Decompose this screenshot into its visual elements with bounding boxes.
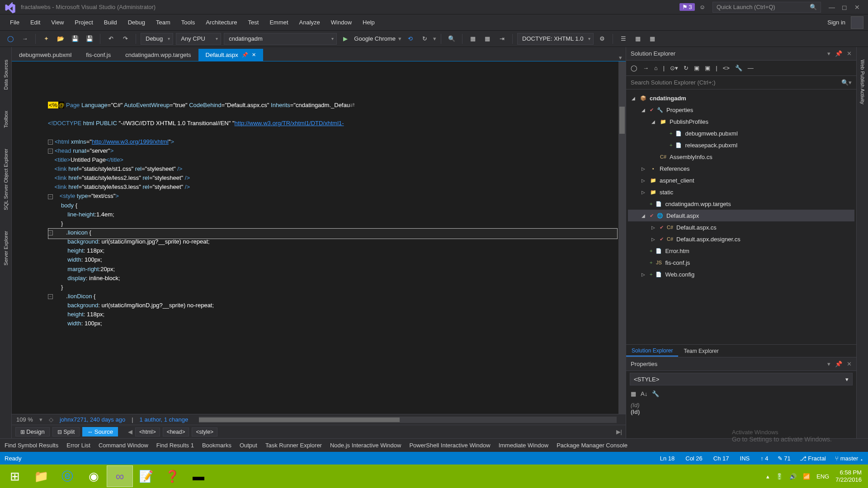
left-tab-server-explorer[interactable]: Server Explorer	[2, 227, 9, 269]
menu-debug[interactable]: Debug	[123, 17, 151, 28]
props-wrench-icon[interactable]: 🔧	[652, 390, 659, 397]
close-panel-icon[interactable]: ✕	[847, 50, 852, 57]
startup-dropdown[interactable]: cndatingadm	[224, 33, 337, 45]
se-sync-icon[interactable]: ⊙▾	[670, 65, 678, 71]
save-all-button[interactable]: 💾	[84, 33, 95, 45]
bottom-tab[interactable]: Immediate Window	[499, 442, 549, 449]
menu-team[interactable]: Team	[151, 17, 176, 28]
menu-emmet[interactable]: Emmet	[264, 17, 293, 28]
se-collapse-icon[interactable]: ▣	[694, 65, 699, 71]
tree-row[interactable]: ◢📦cndatingadm	[628, 92, 854, 104]
left-tab-sql-explorer[interactable]: SQL Server Object Explorer	[2, 145, 9, 214]
indent-button[interactable]: ⇥	[496, 33, 508, 45]
menu-help[interactable]: Help	[357, 17, 380, 28]
close-tab-icon[interactable]: ✕	[252, 52, 256, 58]
bottom-tab[interactable]: Bookmarks	[202, 442, 231, 449]
taskbar-ie-icon[interactable]: ⓔ	[54, 465, 80, 487]
se-fwd-icon[interactable]: →	[643, 65, 649, 71]
se-tab-team[interactable]: Team Explorer	[678, 346, 724, 356]
maximize-button[interactable]: ◻	[838, 4, 851, 11]
editor-hscrollbar[interactable]	[199, 417, 617, 423]
menu-build[interactable]: Build	[99, 17, 123, 28]
menu-view[interactable]: View	[46, 17, 69, 28]
categorize-icon[interactable]: ▦	[631, 390, 636, 397]
tree-row[interactable]: ◢✔🌐Default.aspx	[628, 210, 854, 221]
bottom-tab[interactable]: Output	[240, 442, 257, 449]
tb-icon-1[interactable]: ⚙	[596, 33, 608, 45]
properties-object-dropdown[interactable]: <STYLE>▾	[630, 373, 853, 385]
browser-link-button[interactable]: ⟲	[404, 33, 416, 45]
quick-launch-input[interactable]: Quick Launch (Ctrl+Q) 🔍	[712, 2, 821, 13]
menu-test[interactable]: Test	[243, 17, 264, 28]
nav-fwd-button[interactable]: →	[19, 33, 31, 45]
doc-tab[interactable]: cndatingadm.wpp.targets	[118, 49, 198, 61]
doc-tab[interactable]: debugmweb.pubxml	[12, 49, 79, 61]
config-dropdown[interactable]: Debug	[141, 33, 173, 45]
refresh-button[interactable]: ↻	[419, 33, 430, 45]
view-design-button[interactable]: ⊞ Design	[15, 427, 50, 436]
tab-overflow-icon[interactable]: ▾	[615, 54, 626, 61]
tree-row[interactable]: +📄cndatingadm.wpp.targets	[628, 198, 854, 210]
comment-button[interactable]: ▦	[467, 33, 479, 45]
view-source-button[interactable]: ↔ Source	[82, 427, 118, 436]
publish-icon[interactable]: ↑ 4	[760, 455, 768, 462]
avatar-icon[interactable]	[851, 16, 863, 29]
se-code-icon[interactable]: <>	[723, 65, 730, 71]
code-editor[interactable]: <%@ Page Language="C#" AutoEventWireup="…	[12, 61, 626, 414]
taskbar-explorer-icon[interactable]: 📁	[28, 465, 54, 487]
view-split-button[interactable]: ⊟ Split	[52, 427, 80, 436]
panel-dropdown-icon[interactable]: ▾	[827, 361, 830, 367]
taskbar-help-icon[interactable]: ❓	[159, 465, 185, 487]
tree-row[interactable]: ◢📁PublishProfiles	[628, 116, 854, 127]
se-showall-icon[interactable]: ▣	[705, 65, 710, 71]
pin-icon[interactable]: 📌	[835, 50, 842, 57]
platform-dropdown[interactable]: Any CPU	[176, 33, 221, 45]
doctype-dropdown[interactable]: DOCTYPE: XHTML 1.0	[517, 33, 594, 45]
se-refresh-icon[interactable]: ↻	[684, 65, 689, 71]
tree-row[interactable]: +📄Error.htm	[628, 245, 854, 257]
editor-scrollbar[interactable]	[618, 61, 626, 414]
pin-icon[interactable]: 📌	[835, 361, 842, 367]
new-project-button[interactable]: ✦	[40, 33, 52, 45]
bottom-tab[interactable]: Node.js Interactive Window	[330, 442, 401, 449]
taskbar-notepad-icon[interactable]: 📝	[133, 465, 159, 487]
bottom-tab[interactable]: Command Window	[99, 442, 148, 449]
doc-tab-active[interactable]: Default.aspx 📌 ✕	[198, 49, 263, 61]
open-file-button[interactable]: 📂	[55, 33, 66, 45]
network-icon[interactable]: 📶	[803, 473, 810, 480]
tree-row[interactable]: ▷▪References	[628, 163, 854, 174]
find-button[interactable]: 🔍	[446, 33, 458, 45]
taskbar-chrome-icon[interactable]: ◉	[80, 465, 107, 487]
breadcrumb[interactable]: <html>	[135, 427, 160, 436]
menu-architecture[interactable]: Architecture	[200, 17, 242, 28]
bottom-tab[interactable]: Find Results 1	[156, 442, 194, 449]
breadcrumb[interactable]: <style>	[192, 427, 217, 436]
taskbar-cmd-icon[interactable]: ▬	[185, 465, 212, 487]
redo-button[interactable]: ↷	[119, 33, 131, 45]
tray-up-icon[interactable]: ▴	[766, 473, 769, 480]
nav-back-button[interactable]: ◯	[5, 33, 16, 45]
tree-row[interactable]: ◢✔🔧Properties	[628, 104, 854, 116]
bottom-tab[interactable]: Error List	[66, 442, 90, 449]
zoom-level[interactable]: 109 %	[16, 416, 33, 423]
pin-icon[interactable]: 📌	[242, 52, 248, 58]
start-button-windows[interactable]: ⊞	[2, 465, 28, 487]
close-panel-icon[interactable]: ✕	[847, 361, 852, 367]
tree-row[interactable]: ▷✔C#Default.aspx.designer.cs	[628, 233, 854, 245]
language-indicator[interactable]: ENG	[816, 473, 829, 480]
solution-explorer-search[interactable]: Search Solution Explorer (Ctrl+;) 🔍▾	[626, 76, 856, 89]
se-home-icon[interactable]: ⌂	[654, 65, 658, 71]
branch-name[interactable]: ⑂ master ▴	[835, 455, 863, 462]
volume-icon[interactable]: 🔊	[789, 473, 797, 480]
blame-info[interactable]: johnx7271, 240 days ago	[60, 416, 125, 423]
repo-name[interactable]: ⎇ Fractal	[800, 455, 826, 462]
doc-tab[interactable]: fis-conf.js	[79, 49, 118, 61]
tree-row[interactable]: C#AssemblyInfo.cs	[628, 151, 854, 163]
uncomment-button[interactable]: ▦	[481, 33, 493, 45]
se-properties-icon[interactable]: 🔧	[735, 65, 742, 71]
tree-row[interactable]: ▷+📄Web.config	[628, 268, 854, 280]
tree-row[interactable]: +JSfis-conf.js	[628, 257, 854, 268]
breadcrumb[interactable]: <head>	[163, 427, 189, 436]
se-preview-icon[interactable]: —	[748, 65, 754, 71]
tree-row[interactable]: +📄releasepack.pubxml	[628, 139, 854, 151]
